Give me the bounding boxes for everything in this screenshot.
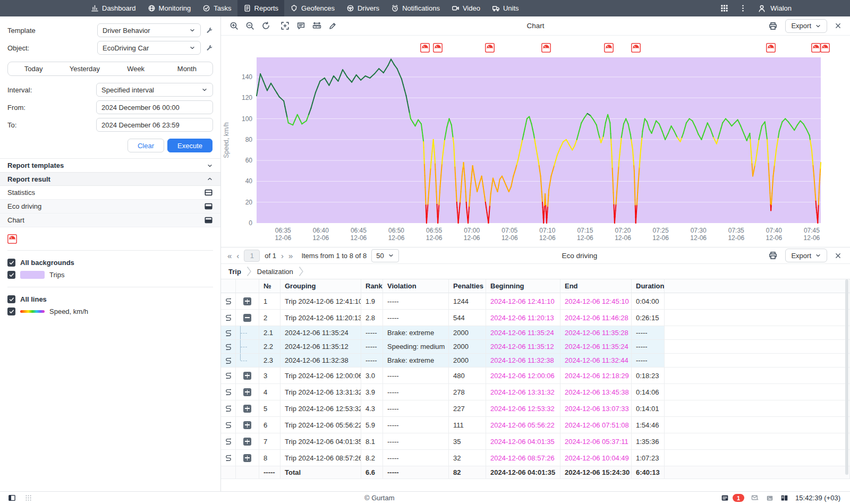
reset-zoom-icon[interactable] xyxy=(261,21,270,30)
expand-row-button[interactable] xyxy=(243,388,251,396)
beginning-time-link[interactable]: 2024-12-06 13:31:32 xyxy=(490,388,555,396)
page-size-select[interactable]: 50 xyxy=(371,249,398,262)
speeding-violation-marker-icon[interactable] xyxy=(433,43,443,53)
route-icon[interactable] xyxy=(224,313,233,322)
end-time-link[interactable]: 2024-12-06 07:51:08 xyxy=(565,421,629,429)
sidebar-item-statistics[interactable]: Statistics xyxy=(0,186,220,200)
print-icon[interactable] xyxy=(768,251,778,260)
end-time-link[interactable]: 2024-12-06 11:32:44 xyxy=(565,356,628,364)
sidebar-item-chart[interactable]: Chart xyxy=(0,213,220,227)
route-icon[interactable] xyxy=(224,329,233,337)
fit-screen-icon[interactable] xyxy=(280,21,290,30)
expand-row-button[interactable] xyxy=(243,454,251,462)
expand-row-button[interactable] xyxy=(243,297,251,305)
collapse-row-button[interactable] xyxy=(243,314,251,322)
clear-button[interactable]: Clear xyxy=(128,139,164,152)
zoom-out-icon[interactable] xyxy=(245,21,254,30)
nav-item-tasks[interactable]: Tasks xyxy=(197,0,237,16)
apps-grid-icon[interactable] xyxy=(720,4,728,12)
end-time-link[interactable]: 2024-12-06 13:45:38 xyxy=(565,388,629,396)
nav-item-reports[interactable]: Reports xyxy=(237,0,285,16)
beginning-time-link[interactable]: 2024-12-06 11:32:38 xyxy=(490,356,554,364)
route-icon[interactable] xyxy=(224,421,233,429)
first-page-icon[interactable]: « xyxy=(227,252,232,260)
kebab-menu-icon[interactable] xyxy=(739,4,747,12)
end-time-link[interactable]: 2024-12-06 11:46:28 xyxy=(565,314,628,322)
nav-item-units[interactable]: Units xyxy=(486,0,525,16)
execute-button[interactable]: Execute xyxy=(167,139,212,152)
route-icon[interactable] xyxy=(224,454,233,462)
notification-badge[interactable]: 1 xyxy=(733,494,744,502)
from-date-input[interactable]: 2024 December 06 00:00 xyxy=(96,100,213,114)
trips-checkbox[interactable] xyxy=(7,271,15,279)
panel-toggle-icon[interactable] xyxy=(8,494,16,502)
chart-area[interactable]: 020406080100120140Speed, km/h06:3512-060… xyxy=(221,36,850,247)
nav-item-dashboard[interactable]: Dashboard xyxy=(85,0,142,16)
end-time-link[interactable]: 2024-12-06 12:18:29 xyxy=(565,372,629,380)
edit-icon[interactable] xyxy=(328,22,337,30)
expand-row-button[interactable] xyxy=(243,438,251,446)
speeding-violation-marker-icon[interactable] xyxy=(766,43,776,53)
end-time-link[interactable]: 2024-12-06 11:35:24 xyxy=(565,343,628,351)
beginning-time-link[interactable]: 2024-12-06 05:56:22 xyxy=(490,421,555,429)
to-date-input[interactable]: 2024 December 06 23:59 xyxy=(96,118,213,132)
end-time-link[interactable]: 2024-12-06 11:35:28 xyxy=(565,329,628,337)
nav-item-notifications[interactable]: Notifications xyxy=(385,0,446,16)
speeding-violation-marker-icon[interactable] xyxy=(631,43,641,53)
beginning-time-link[interactable]: 2024-12-06 08:57:26 xyxy=(490,454,555,462)
template-select[interactable]: Driver Behavior xyxy=(97,23,201,37)
mail-sparkle-icon[interactable] xyxy=(751,494,759,502)
interval-select[interactable]: Specified interval xyxy=(96,83,213,97)
table-scrollbar[interactable] xyxy=(845,279,848,475)
image-icon[interactable] xyxy=(766,494,774,502)
last-page-icon[interactable]: » xyxy=(288,252,293,260)
route-icon[interactable] xyxy=(224,404,233,413)
nav-item-geofences[interactable]: Geofences xyxy=(284,0,341,16)
route-icon[interactable] xyxy=(224,356,233,365)
beginning-time-link[interactable]: 2024-12-06 04:01:35 xyxy=(490,438,555,446)
user-menu[interactable]: Wialon xyxy=(758,4,792,13)
nav-item-monitoring[interactable]: Monitoring xyxy=(142,0,197,16)
range-tab-month[interactable]: Month xyxy=(162,62,212,75)
range-tab-week[interactable]: Week xyxy=(110,62,162,75)
all-lines-checkbox[interactable] xyxy=(7,295,15,303)
comment-icon[interactable] xyxy=(296,21,305,30)
object-settings-icon[interactable] xyxy=(206,44,213,52)
end-time-link[interactable]: 2024-12-06 10:04:49 xyxy=(565,454,629,462)
beginning-time-link[interactable]: 2024-12-06 12:53:32 xyxy=(490,405,555,413)
expand-row-button[interactable] xyxy=(243,372,251,380)
close-icon[interactable] xyxy=(835,22,842,29)
beginning-time-link[interactable]: 2024-12-06 11:35:12 xyxy=(490,343,554,351)
speeding-violation-marker-icon[interactable] xyxy=(820,43,830,53)
breadcrumb-trip[interactable]: Trip xyxy=(228,268,241,276)
expand-row-button[interactable] xyxy=(243,421,251,429)
speeding-violation-marker-icon[interactable] xyxy=(485,43,495,53)
report-templates-section[interactable]: Report templates xyxy=(0,158,220,172)
range-tab-today[interactable]: Today xyxy=(8,62,59,75)
speed-checkbox[interactable] xyxy=(7,307,15,315)
beginning-time-link[interactable]: 2024-12-06 12:41:10 xyxy=(490,297,555,305)
close-icon[interactable] xyxy=(835,252,842,259)
range-tab-yesterday[interactable]: Yesterday xyxy=(59,62,110,75)
route-icon[interactable] xyxy=(224,437,233,446)
table-export-button[interactable]: Export xyxy=(785,249,827,262)
end-time-link[interactable]: 2024-12-06 05:37:11 xyxy=(565,438,628,446)
print-icon[interactable] xyxy=(768,21,778,31)
breadcrumb-detalization[interactable]: Detalization xyxy=(257,268,293,276)
messages-icon[interactable] xyxy=(721,494,729,502)
nav-item-video[interactable]: Video xyxy=(446,0,486,16)
route-icon[interactable] xyxy=(224,297,233,305)
speeding-violation-marker-icon[interactable] xyxy=(420,43,430,53)
end-time-link[interactable]: 2024-12-06 13:07:33 xyxy=(565,405,629,413)
beginning-time-link[interactable]: 2024-12-06 11:35:24 xyxy=(490,329,554,337)
beginning-time-link[interactable]: 2024-12-06 12:00:06 xyxy=(490,372,555,380)
route-icon[interactable] xyxy=(224,343,233,351)
ruler-icon[interactable] xyxy=(312,21,321,30)
end-time-link[interactable]: 2024-12-06 12:45:10 xyxy=(565,297,629,305)
template-settings-icon[interactable] xyxy=(206,27,213,34)
nav-item-drivers[interactable]: Drivers xyxy=(341,0,385,16)
expand-row-button[interactable] xyxy=(243,405,251,413)
speeding-violation-marker-icon[interactable] xyxy=(811,43,821,53)
chart-export-button[interactable]: Export xyxy=(785,19,827,33)
split-view-icon[interactable] xyxy=(780,494,788,502)
